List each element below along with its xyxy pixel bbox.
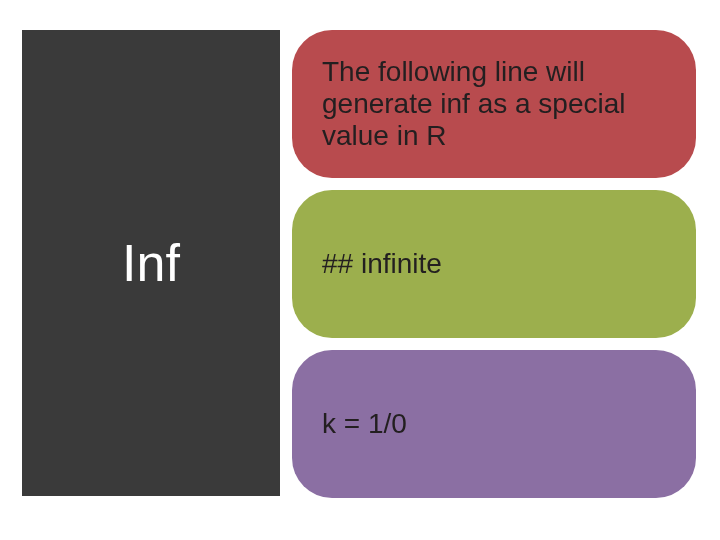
info-pill-3-text: k = 1/0 [322, 408, 407, 440]
info-pill-1: The following line will generate inf as … [292, 30, 696, 178]
info-pill-2-text: ## infinite [322, 248, 442, 280]
slide-title: Inf [122, 233, 180, 293]
info-pill-3: k = 1/0 [292, 350, 696, 498]
slide: Inf The following line will generate inf… [0, 0, 720, 540]
info-pill-2: ## infinite [292, 190, 696, 338]
info-pill-1-text: The following line will generate inf as … [322, 56, 666, 153]
left-panel: Inf [22, 30, 280, 496]
